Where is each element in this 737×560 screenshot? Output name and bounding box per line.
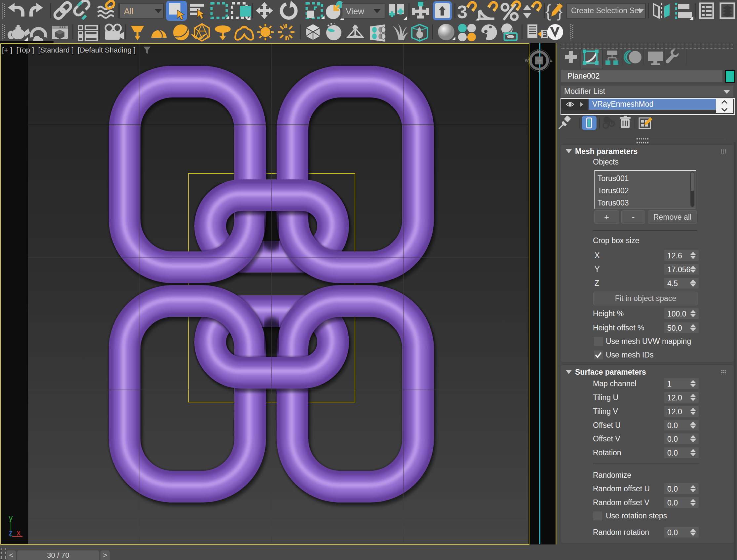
svg-text:y: y xyxy=(9,514,13,522)
svg-text:S: S xyxy=(538,68,541,73)
svg-text:x: x xyxy=(17,528,21,537)
svg-text:E: E xyxy=(550,58,553,63)
svg-text:Create Selection Set: Create Selection Set xyxy=(571,6,641,15)
svg-text:View: View xyxy=(346,6,364,16)
svg-text:W: W xyxy=(525,58,529,63)
svg-text:All: All xyxy=(124,6,133,16)
svg-text:N: N xyxy=(536,49,539,54)
svg-text:z: z xyxy=(9,528,13,537)
svg-text:TOP: TOP xyxy=(536,59,542,62)
svg-text:{: { xyxy=(545,1,551,20)
svg-text:3: 3 xyxy=(457,1,467,22)
